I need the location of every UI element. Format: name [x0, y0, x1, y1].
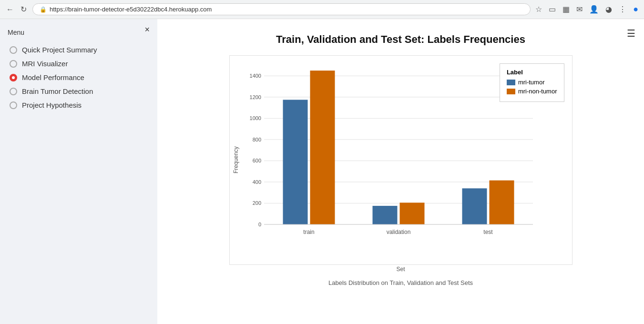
- legend-item-mri-tumor: mri-tumor: [507, 79, 557, 86]
- url-text: https://brain-tumor-detector-e5d30222dbc…: [50, 6, 212, 13]
- sidebar-item-brain-tumor-detection[interactable]: Brain Tumor Detection: [8, 84, 150, 98]
- sidebar: × Menu Quick Project Summary MRI Visuali…: [0, 19, 157, 324]
- bar-orange-train: [310, 71, 335, 224]
- sidebar-close-button[interactable]: ×: [144, 25, 150, 35]
- nav-radio-brain-tumor-detection: [10, 88, 17, 95]
- svg-text:200: 200: [252, 200, 261, 206]
- browser-logo: ●: [633, 4, 638, 14]
- browser-actions: ☆ ▭ ▦ ✉ 👤 ◕ ⋮ ●: [535, 4, 638, 14]
- sidebar-item-label-mri-visualizer: MRI Visualizer: [22, 60, 68, 68]
- back-button[interactable]: ←: [6, 5, 14, 14]
- bar-orange-test: [489, 181, 514, 224]
- main-content: ☰ Train, Validation and Test Set: Labels…: [157, 19, 644, 324]
- x-axis-title: Set: [229, 266, 572, 273]
- chart-caption: Labels Distribution on Train, Validation…: [229, 279, 572, 286]
- bar-blue-train: [283, 100, 307, 224]
- bar-blue-test: [462, 188, 487, 224]
- y-axis-label: Frequency: [230, 56, 242, 264]
- legend-title: Label: [507, 69, 557, 76]
- more-icon[interactable]: ⋮: [619, 5, 626, 14]
- app-container: × Menu Quick Project Summary MRI Visuali…: [0, 19, 644, 324]
- sidebar-item-project-hypothesis[interactable]: Project Hypothesis: [8, 98, 150, 112]
- chart-area: Frequency 0200400600800100012001400train…: [229, 55, 572, 265]
- svg-text:800: 800: [252, 137, 261, 142]
- nav-radio-mri-visualizer: [10, 60, 17, 68]
- chart-wrapper: Frequency 0200400600800100012001400train…: [229, 55, 572, 286]
- lock-icon: 🔒: [40, 6, 47, 13]
- bar-chart-svg: 0200400600800100012001400trainvalidation…: [242, 61, 538, 242]
- legend-item-mri-non-tumor: mri-non-tumor: [507, 88, 557, 95]
- nav-radio-model-performance: [10, 74, 17, 81]
- legend-swatch-mri-non-tumor: [507, 89, 515, 94]
- refresh-button[interactable]: ↻: [19, 5, 28, 14]
- star-icon[interactable]: ☆: [535, 5, 542, 14]
- svg-text:600: 600: [252, 158, 261, 163]
- svg-text:400: 400: [252, 179, 261, 185]
- account-icon[interactable]: ◕: [605, 5, 612, 14]
- legend-label-mri-non-tumor: mri-non-tumor: [518, 88, 557, 95]
- bar-orange-validation: [399, 202, 424, 224]
- svg-text:1200: 1200: [249, 94, 261, 100]
- bookmark-icon[interactable]: ✉: [576, 5, 583, 14]
- address-bar[interactable]: 🔒 https://brain-tumor-detector-e5d30222d…: [32, 3, 531, 15]
- nav-radio-project-hypothesis: [10, 101, 17, 109]
- svg-text:0: 0: [258, 222, 261, 227]
- x-label-train: train: [303, 229, 314, 235]
- sidebar-item-label-quick-project-summary: Quick Project Summary: [22, 46, 97, 54]
- x-label-test: test: [483, 229, 493, 235]
- hamburger-menu-icon[interactable]: ☰: [627, 28, 635, 39]
- sidebar-item-quick-project-summary[interactable]: Quick Project Summary: [8, 43, 150, 57]
- sidebar-item-mri-visualizer[interactable]: MRI Visualizer: [8, 57, 150, 71]
- extensions-icon[interactable]: ▭: [549, 5, 556, 14]
- profile-icon[interactable]: 👤: [589, 5, 599, 14]
- svg-text:1000: 1000: [249, 115, 261, 121]
- legend: Label mri-tumor mri-non-tumor: [500, 63, 564, 102]
- browser-chrome: ← ↻ 🔒 https://brain-tumor-detector-e5d30…: [0, 0, 644, 19]
- split-icon[interactable]: ▦: [562, 5, 570, 14]
- bar-blue-validation: [372, 206, 397, 224]
- menu-label: Menu: [8, 29, 150, 36]
- x-label-validation: validation: [386, 229, 410, 235]
- sidebar-item-label-project-hypothesis: Project Hypothesis: [22, 101, 82, 109]
- chart-title: Train, Validation and Test Set: Labels F…: [176, 33, 625, 46]
- svg-text:1400: 1400: [249, 73, 261, 79]
- legend-label-mri-tumor: mri-tumor: [518, 79, 545, 86]
- nav-radio-quick-project-summary: [10, 46, 17, 54]
- sidebar-item-model-performance[interactable]: Model Performance: [8, 71, 150, 84]
- sidebar-item-label-model-performance: Model Performance: [22, 73, 84, 81]
- legend-swatch-mri-tumor: [507, 80, 515, 85]
- sidebar-item-label-brain-tumor-detection: Brain Tumor Detection: [22, 87, 93, 95]
